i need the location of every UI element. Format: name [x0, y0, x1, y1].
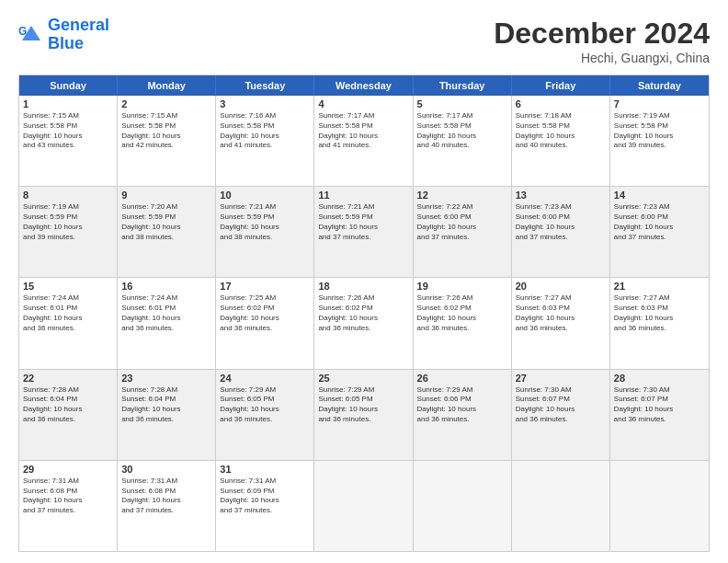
title-block: December 2024 Hechi, Guangxi, China	[494, 17, 710, 65]
cell-dec-27: 27 Sunrise: 7:30 AMSunset: 6:07 PMDaylig…	[512, 370, 610, 460]
cell-dec-23: 23 Sunrise: 7:28 AMSunset: 6:04 PMDaylig…	[118, 370, 216, 460]
cell-dec-17: 17 Sunrise: 7:25 AMSunset: 6:02 PMDaylig…	[216, 278, 314, 368]
calendar-body: 1 Sunrise: 7:15 AMSunset: 5:58 PMDayligh…	[19, 96, 709, 551]
cell-dec-28: 28 Sunrise: 7:30 AMSunset: 6:07 PMDaylig…	[610, 370, 709, 460]
cell-dec-6: 6 Sunrise: 7:18 AMSunset: 5:58 PMDayligh…	[512, 96, 610, 186]
cell-dec-29: 29 Sunrise: 7:31 AMSunset: 6:08 PMDaylig…	[19, 461, 118, 551]
cell-dec-24: 24 Sunrise: 7:29 AMSunset: 6:05 PMDaylig…	[216, 370, 314, 460]
week-row-2: 8 Sunrise: 7:19 AMSunset: 5:59 PMDayligh…	[19, 187, 709, 278]
cell-empty-2	[414, 461, 512, 551]
cell-dec-7: 7 Sunrise: 7:19 AMSunset: 5:58 PMDayligh…	[610, 96, 709, 186]
week-row-4: 22 Sunrise: 7:28 AMSunset: 6:04 PMDaylig…	[19, 370, 709, 461]
cell-dec-3: 3 Sunrise: 7:16 AMSunset: 5:58 PMDayligh…	[216, 96, 314, 186]
cell-dec-4: 4 Sunrise: 7:17 AMSunset: 5:58 PMDayligh…	[314, 96, 413, 186]
logo: G General Blue	[18, 17, 109, 53]
cell-dec-13: 13 Sunrise: 7:23 AMSunset: 6:00 PMDaylig…	[512, 187, 610, 277]
cell-dec-1: 1 Sunrise: 7:15 AMSunset: 5:58 PMDayligh…	[19, 96, 118, 186]
cell-dec-15: 15 Sunrise: 7:24 AMSunset: 6:01 PMDaylig…	[19, 278, 118, 368]
cell-dec-8: 8 Sunrise: 7:19 AMSunset: 5:59 PMDayligh…	[19, 187, 118, 277]
cell-dec-9: 9 Sunrise: 7:20 AMSunset: 5:59 PMDayligh…	[118, 187, 216, 277]
dow-monday: Monday	[118, 75, 216, 96]
dow-sunday: Sunday	[19, 75, 118, 96]
logo-line2: Blue	[48, 34, 84, 52]
cell-dec-2: 2 Sunrise: 7:15 AMSunset: 5:58 PMDayligh…	[118, 96, 216, 186]
cell-dec-25: 25 Sunrise: 7:29 AMSunset: 6:05 PMDaylig…	[314, 370, 413, 460]
cell-dec-18: 18 Sunrise: 7:26 AMSunset: 6:02 PMDaylig…	[314, 278, 413, 368]
cell-dec-16: 16 Sunrise: 7:24 AMSunset: 6:01 PMDaylig…	[118, 278, 216, 368]
cell-dec-11: 11 Sunrise: 7:21 AMSunset: 5:59 PMDaylig…	[314, 187, 413, 277]
logo-line1: General	[48, 16, 109, 34]
header: G General Blue December 2024 Hechi, Guan…	[18, 17, 710, 65]
cell-dec-22: 22 Sunrise: 7:28 AMSunset: 6:04 PMDaylig…	[19, 370, 118, 460]
dow-tuesday: Tuesday	[216, 75, 314, 96]
cell-dec-10: 10 Sunrise: 7:21 AMSunset: 5:59 PMDaylig…	[216, 187, 314, 277]
week-row-3: 15 Sunrise: 7:24 AMSunset: 6:01 PMDaylig…	[19, 278, 709, 369]
week-row-5: 29 Sunrise: 7:31 AMSunset: 6:08 PMDaylig…	[19, 461, 709, 551]
calendar: Sunday Monday Tuesday Wednesday Thursday…	[18, 75, 710, 552]
cell-dec-21: 21 Sunrise: 7:27 AMSunset: 6:03 PMDaylig…	[610, 278, 709, 368]
dow-friday: Friday	[512, 75, 610, 96]
logo-text: General Blue	[48, 17, 109, 53]
week-row-1: 1 Sunrise: 7:15 AMSunset: 5:58 PMDayligh…	[19, 96, 709, 187]
calendar-header: Sunday Monday Tuesday Wednesday Thursday…	[19, 75, 709, 96]
cell-dec-5: 5 Sunrise: 7:17 AMSunset: 5:58 PMDayligh…	[414, 96, 512, 186]
dow-wednesday: Wednesday	[314, 75, 413, 96]
cell-dec-31: 31 Sunrise: 7:31 AMSunset: 6:09 PMDaylig…	[216, 461, 314, 551]
cell-empty-4	[610, 461, 709, 551]
logo-icon: G	[18, 22, 44, 48]
dow-thursday: Thursday	[414, 75, 512, 96]
cell-dec-30: 30 Sunrise: 7:31 AMSunset: 6:08 PMDaylig…	[118, 461, 216, 551]
cell-dec-26: 26 Sunrise: 7:29 AMSunset: 6:06 PMDaylig…	[414, 370, 512, 460]
page: G General Blue December 2024 Hechi, Guan…	[0, 0, 728, 563]
month-title: December 2024	[494, 17, 710, 51]
dow-saturday: Saturday	[610, 75, 709, 96]
cell-dec-12: 12 Sunrise: 7:22 AMSunset: 6:00 PMDaylig…	[414, 187, 512, 277]
cell-dec-19: 19 Sunrise: 7:26 AMSunset: 6:02 PMDaylig…	[414, 278, 512, 368]
cell-empty-1	[314, 461, 413, 551]
cell-dec-14: 14 Sunrise: 7:23 AMSunset: 6:00 PMDaylig…	[610, 187, 709, 277]
cell-dec-20: 20 Sunrise: 7:27 AMSunset: 6:03 PMDaylig…	[512, 278, 610, 368]
cell-empty-3	[512, 461, 610, 551]
location: Hechi, Guangxi, China	[494, 51, 710, 65]
